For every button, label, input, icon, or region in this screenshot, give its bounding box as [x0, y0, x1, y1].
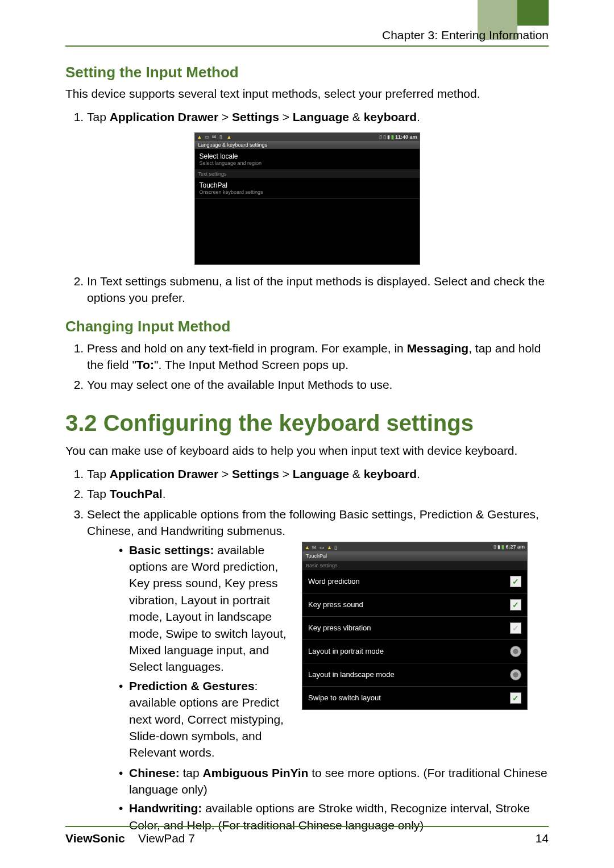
status-icons-left: ▲ ✉ ▭ ▲ ▯ [305, 544, 340, 550]
screenshot-touchpal: ▲ ✉ ▭ ▲ ▯ ▯ ▮ ▮ 6:27 am Touc [302, 542, 528, 711]
steps-changing-input: Press and hold on any text-field in prog… [65, 340, 549, 393]
steps-setting-input-cont: In Text settings submenu, a list of the … [65, 273, 549, 306]
status-icons-right: ▯ ▯ ▮ ▮ 11:40 am [379, 134, 417, 140]
status-time: 11:40 am [395, 134, 417, 140]
heading-3-2: 3.2 Configuring the keyboard settings [65, 410, 549, 436]
footer-product: ViewPad 7 [138, 832, 195, 845]
corner-decoration [517, 0, 549, 26]
radio-icon [510, 646, 521, 657]
footer-page-number: 14 [536, 832, 549, 845]
step-2: You may select one of the available Inpu… [87, 376, 549, 393]
chapter-header: Chapter 3: Entering Information [65, 28, 549, 47]
section-basic-settings: Basic settings [302, 561, 527, 571]
row-swipe-switch: Swipe to switch layout✓ [302, 687, 527, 709]
battery-icon: ▮ [501, 543, 504, 551]
status-bar: ▲ ▭ ✉ ▯ ▲ ▯ ▯ ▮ ▮ 11:40 am [195, 133, 420, 141]
checkbox-icon: ✓ [510, 576, 521, 587]
footer-left: ViewSonic ViewPad 7 [65, 832, 195, 845]
bullet-prediction-gestures: • Prediction & Gestures: available optio… [119, 678, 289, 761]
signal-icon: ▮ [497, 543, 500, 551]
steps-setting-input: Tap Application Drawer > Settings > Lang… [65, 109, 549, 125]
warning-icon: ▲ [227, 134, 233, 140]
chat-icon: ▭ [205, 134, 210, 140]
row-word-prediction: Word prediction✓ [302, 570, 527, 593]
intro-setting-input: This device supports several text input … [65, 86, 549, 102]
bullet-column: • Basic settings: available options are … [87, 542, 289, 763]
status-icons-right: ▯ ▮ ▮ 6:27 am [493, 543, 525, 551]
mail-icon: ✉ [312, 544, 318, 550]
screen-title: TouchPal [302, 551, 527, 561]
status-bar: ▲ ✉ ▭ ▲ ▯ ▯ ▮ ▮ 6:27 am [302, 542, 527, 552]
footer-brand: ViewSonic [65, 832, 125, 845]
step-1: Press and hold on any text-field in prog… [87, 340, 549, 373]
step-3: Select the applicable options from the f… [87, 506, 549, 833]
row-select-locale: Select locale Select language and region [195, 149, 420, 170]
signal-icon: ▮ [387, 134, 390, 140]
step-1: Tap Application Drawer > Settings > Lang… [87, 109, 549, 125]
battery-icon: ▮ [391, 134, 394, 140]
sd-icon: ▯ [383, 134, 386, 140]
section-text-settings: Text settings [195, 170, 420, 178]
step-2: In Text settings submenu, a list of the … [87, 273, 549, 306]
status-icons-left: ▲ ▭ ✉ ▯ ▲ [197, 134, 233, 140]
checkbox-icon: ✓ [510, 599, 521, 610]
step-1: Tap Application Drawer > Settings > Lang… [87, 466, 549, 482]
empty-area [195, 199, 420, 264]
heading-changing-input-method: Changing Input Method [65, 318, 549, 335]
usb-icon: ▯ [334, 544, 340, 550]
warning-icon: ▲ [327, 544, 333, 550]
intro-3-2: You can make use of keyboard aids to hel… [65, 443, 549, 459]
row-layout-portrait: Layout in portrait mode [302, 640, 527, 663]
row-key-press-sound: Key press sound✓ [302, 593, 527, 617]
warning-icon: ▲ [305, 544, 310, 550]
screen-title: Language & keyboard settings [195, 141, 420, 149]
radio-icon [510, 669, 521, 680]
row-key-press-vibration: Key press vibration✓ [302, 617, 527, 640]
page-footer: ViewSonic ViewPad 7 14 [65, 826, 549, 845]
checkbox-icon: ✓ [510, 692, 521, 704]
warning-icon: ▲ [197, 134, 203, 140]
bt-icon: ▯ [379, 134, 382, 140]
screenshot-language-keyboard: ▲ ▭ ✉ ▯ ▲ ▯ ▯ ▮ ▮ 11:40 am Language & ke… [194, 132, 420, 265]
row-layout-landscape: Layout in landscape mode [302, 663, 527, 687]
checkbox-icon: ✓ [510, 622, 521, 634]
sd-icon: ▯ [493, 543, 496, 551]
heading-setting-input-method: Setting the Input Method [65, 64, 549, 81]
bullet-column-wide: • Chinese: tap Ambiguous PinYin to see m… [87, 765, 549, 834]
row-touchpal: TouchPal Onscreen keyboard settings [195, 178, 420, 199]
bullet-chinese: • Chinese: tap Ambiguous PinYin to see m… [119, 765, 549, 798]
status-time: 6:27 am [505, 543, 525, 551]
bullet-basic-settings: • Basic settings: available options are … [119, 542, 289, 675]
usb-icon: ▯ [219, 134, 225, 140]
chat-icon: ▭ [320, 544, 325, 550]
step-2: Tap TouchPal. [87, 485, 549, 502]
steps-3-2: Tap Application Drawer > Settings > Lang… [65, 466, 549, 833]
mail-icon: ✉ [212, 134, 218, 140]
